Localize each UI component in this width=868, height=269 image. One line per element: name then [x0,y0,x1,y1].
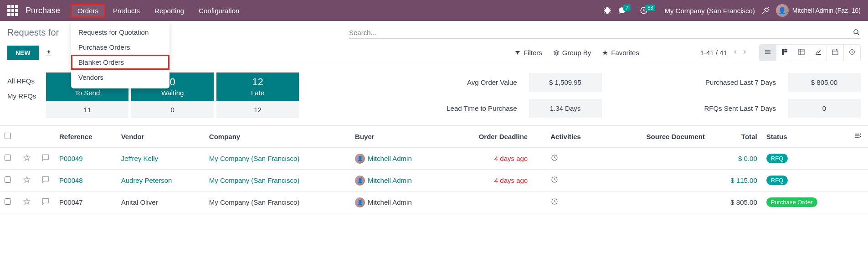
pager-next-icon[interactable] [741,48,748,56]
star-icon[interactable] [23,197,31,206]
cell-vendor[interactable]: Anital Oliver [121,198,158,206]
app-brand[interactable]: Purchase [26,6,60,16]
cell-company[interactable]: My Company (San Francisco) [209,198,299,206]
nav-products[interactable]: Products [107,4,146,17]
select-all-checkbox[interactable] [5,133,11,139]
dropdown-purchase-orders[interactable]: Purchase Orders [71,40,169,55]
clock-icon[interactable] [550,176,559,184]
favorites-button[interactable]: Favorites [602,49,639,57]
search-input[interactable] [349,29,853,36]
rfq-table: Reference Vendor Company Buyer Order Dea… [0,126,868,213]
cell-source [610,191,709,213]
message-icon[interactable] [41,153,50,162]
kpi-purchased-7d: Purchased Last 7 Days$ 805.00 [613,73,861,92]
cell-buyer[interactable]: Mitchell Admin [368,198,412,206]
table-row[interactable]: P00047 Anital Oliver My Company (San Fra… [0,191,868,213]
th-status[interactable]: Status [762,126,850,148]
tools-icon[interactable] [761,6,770,15]
th-activities[interactable]: Activities [532,126,610,148]
apps-icon[interactable] [7,5,18,16]
nav-reporting[interactable]: Reporting [148,4,190,17]
nav-configuration[interactable]: Configuration [192,4,246,17]
th-source[interactable]: Source Document [610,126,709,148]
star-icon[interactable] [23,154,31,162]
cell-deadline: 4 days ago [494,176,528,184]
dropdown-rfq[interactable]: Requests for Quotation [71,25,169,40]
th-deadline[interactable]: Order Deadline [447,126,532,148]
new-button[interactable]: NEW [7,46,39,60]
view-list[interactable] [760,45,776,61]
debug-icon[interactable] [603,6,611,15]
nav-orders[interactable]: Orders [71,4,105,17]
cell-reference[interactable]: P00048 [59,176,83,184]
kpi-avg-order: Avg Order Value$ 1,509.95 [354,73,602,92]
cell-total: $ 115.00 [730,176,757,184]
cell-reference[interactable]: P00049 [59,155,83,162]
pager-prev-icon[interactable] [732,48,739,56]
th-vendor[interactable]: Vendor [117,126,205,148]
view-calendar[interactable] [827,45,844,61]
cell-company[interactable]: My Company (San Francisco) [209,176,299,184]
th-company[interactable]: Company [205,126,350,148]
kpi-lead-time: Lead Time to Purchase1.34 Days [354,99,602,118]
upload-icon[interactable] [45,49,52,57]
user-menu[interactable]: 👤 Mitchell Admin (Faz_16) [776,4,861,17]
filters-button[interactable]: Filters [514,49,542,57]
groupby-button[interactable]: Group By [553,49,591,57]
view-kanban[interactable] [776,45,793,61]
pager-text: 1-41 / 41 [700,49,727,57]
row-checkbox[interactable] [5,155,11,161]
svg-point-1 [854,30,858,34]
clock-icon[interactable] [550,197,559,206]
th-reference[interactable]: Reference [55,126,117,148]
navbar: Purchase Orders Products Reporting Confi… [0,0,868,21]
status-badge: Purchase Order [766,197,817,207]
columns-settings-icon[interactable] [854,132,862,140]
star-icon [602,50,608,56]
buyer-avatar: 👤 [355,197,365,207]
table-row[interactable]: P00048 Audrey Peterson My Company (San F… [0,170,868,191]
avatar: 👤 [776,4,789,17]
cell-vendor[interactable]: Jeffrey Kelly [121,155,158,162]
user-name: Mitchell Admin (Faz_16) [792,7,861,14]
th-total[interactable]: Total [709,126,762,148]
message-icon[interactable] [41,197,50,206]
status-badge: RFQ [766,176,788,185]
messaging-icon[interactable]: 7 [618,6,633,15]
stat-late[interactable]: 12Late 12 [216,72,299,118]
company-selector[interactable]: My Company (San Francisco) [664,7,755,15]
buyer-avatar: 👤 [355,154,365,164]
star-icon[interactable] [23,176,31,184]
view-activity[interactable] [844,45,860,61]
cell-deadline: 4 days ago [494,155,528,162]
orders-dropdown: Requests for Quotation Purchase Orders B… [71,21,169,88]
search-icon[interactable] [853,28,861,36]
pager: 1-41 / 41 [700,48,748,57]
cell-total: $ 805.00 [730,198,757,206]
nav-right: 7 53 My Company (San Francisco) 👤 Mitche… [603,4,861,17]
cell-buyer[interactable]: Mitchell Admin [368,155,412,162]
activities-icon[interactable]: 53 [640,6,658,15]
view-graph[interactable] [810,45,827,61]
cell-source [610,148,709,170]
view-pivot[interactable] [793,45,810,61]
tab-all-rfqs[interactable]: All RFQs [7,77,36,85]
status-badge: RFQ [766,154,788,163]
cell-vendor[interactable]: Audrey Peterson [121,176,172,184]
search-bar[interactable] [349,26,861,39]
activities-badge: 53 [645,5,655,11]
dropdown-vendors[interactable]: Vendors [71,70,169,85]
nav-menu: Orders Products Reporting Configuration [71,4,246,17]
th-buyer[interactable]: Buyer [350,126,447,148]
message-icon[interactable] [41,175,50,184]
tab-my-rfqs[interactable]: My RFQs [7,92,36,100]
cell-buyer[interactable]: Mitchell Admin [368,176,412,184]
clock-icon[interactable] [550,154,559,162]
svg-rect-2 [832,50,838,55]
cell-company[interactable]: My Company (San Francisco) [209,155,299,162]
dropdown-blanket-orders[interactable]: Blanket Orders [71,55,169,70]
row-checkbox[interactable] [5,198,11,205]
row-checkbox[interactable] [5,176,11,183]
table-row[interactable]: P00049 Jeffrey Kelly My Company (San Fra… [0,148,868,170]
cell-reference[interactable]: P00047 [59,198,83,206]
